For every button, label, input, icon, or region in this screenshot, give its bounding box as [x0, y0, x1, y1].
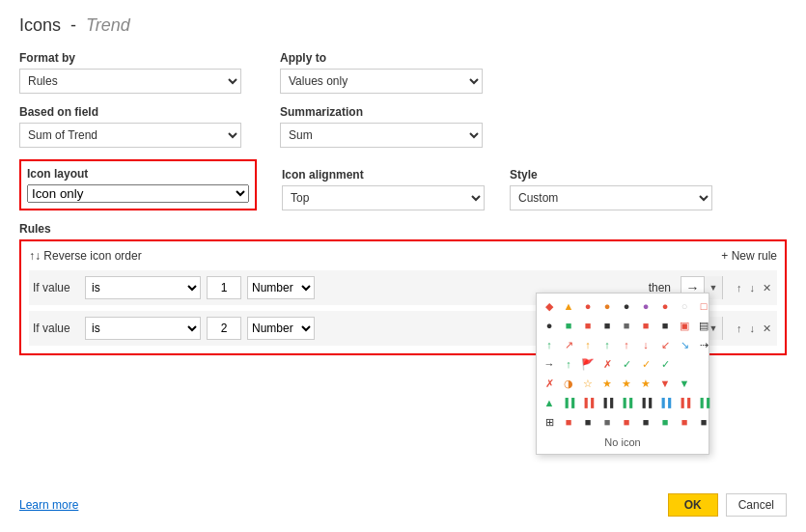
icon-cell[interactable]: ▼ [656, 375, 674, 392]
icon-cell[interactable]: ■ [637, 413, 654, 431]
rule-move-down-1[interactable]: ↓ [748, 282, 758, 294]
icon-cell[interactable]: ▤ [695, 317, 712, 334]
icon-cell[interactable]: ✗ [598, 355, 616, 373]
icon-cell[interactable]: ▐▐ [656, 394, 674, 411]
icon-cell[interactable]: ✓ [637, 355, 654, 373]
rule-move-up-2[interactable]: ↑ [735, 322, 744, 334]
icon-cell[interactable]: 🚩 [579, 355, 597, 373]
cancel-button[interactable]: Cancel [726, 493, 787, 517]
icon-cell[interactable]: ● [541, 317, 558, 334]
icon-cell[interactable]: ↑ [598, 336, 616, 353]
rule-condition-2: If value [33, 322, 79, 335]
rule-value-2[interactable] [207, 317, 241, 340]
icon-cell[interactable] [676, 355, 693, 373]
icon-cell[interactable]: ◆ [541, 297, 558, 315]
rule-type-2[interactable]: Number Percent [247, 317, 315, 340]
icon-cell[interactable]: ✓ [656, 355, 674, 373]
icon-layout-section: Icon layout Icon only Icon right Icon le… [19, 159, 257, 210]
icon-cell[interactable]: ■ [695, 413, 712, 431]
icon-cell[interactable]: ◑ [560, 375, 577, 392]
rule-actions-1: ↑ ↓ ✕ [735, 282, 773, 294]
icon-cell[interactable] [695, 355, 712, 373]
icon-cell[interactable]: ● [598, 297, 616, 315]
icon-cell[interactable]: ↑ [541, 336, 558, 353]
icon-cell[interactable]: → [541, 355, 558, 373]
group-apply-to: Apply to Values only Header Total [280, 51, 483, 94]
select-based-on-field[interactable]: Sum of Trend Sum of Value [19, 123, 241, 148]
panel: Icons - Trend Format by Rules Field valu… [0, 0, 806, 532]
icon-cell[interactable]: ✓ [618, 355, 635, 373]
select-style[interactable]: Custom Default Shapes [510, 185, 712, 210]
new-rule-button[interactable]: + New rule [721, 249, 777, 263]
icon-cell[interactable]: ★ [618, 375, 635, 392]
icon-cell[interactable]: ★ [637, 375, 654, 392]
icon-cell[interactable]: ■ [598, 317, 616, 334]
icon-cell[interactable]: ■ [618, 317, 635, 334]
no-icon-option[interactable]: No icon [541, 433, 705, 450]
reverse-icon-order[interactable]: ↑↓ Reverse icon order [29, 249, 142, 263]
icon-cell[interactable]: ▐▐ [637, 394, 654, 411]
icon-cell[interactable]: ↙ [656, 336, 674, 353]
rule-type-1[interactable]: Number Percent [247, 276, 315, 299]
icon-cell[interactable]: ▐▐ [579, 394, 597, 411]
icon-cell[interactable]: ↗ [560, 336, 577, 353]
icon-cell[interactable]: ↑ [579, 336, 597, 353]
icon-cell[interactable]: ■ [579, 317, 597, 334]
icon-cell[interactable]: ▼ [676, 375, 693, 392]
icon-cell[interactable]: ■ [560, 317, 577, 334]
rule-value-1[interactable] [207, 276, 241, 299]
icon-cell[interactable]: ✗ [541, 375, 558, 392]
icon-cell[interactable]: ■ [598, 413, 616, 431]
icon-cell[interactable]: ● [637, 297, 654, 315]
ok-button[interactable]: OK [668, 493, 718, 517]
icon-cell[interactable]: ▐▐ [676, 394, 693, 411]
icon-cell[interactable]: ■ [656, 317, 674, 334]
icon-cell[interactable]: ● [579, 297, 597, 315]
select-format-by[interactable]: Rules Field value Color scale Gradient [19, 69, 241, 94]
icon-cell[interactable]: ■ [618, 413, 635, 431]
icon-cell[interactable]: ▐▐ [695, 394, 712, 411]
footer: Learn more OK Cancel [19, 493, 787, 517]
rule-move-down-2[interactable]: ↓ [748, 322, 758, 334]
icon-cell[interactable]: ▐▐ [598, 394, 616, 411]
rule-operator-1[interactable]: is is not is greater than [85, 276, 201, 299]
icon-cell[interactable]: ▐▐ [618, 394, 635, 411]
icon-cell[interactable]: ▲ [560, 297, 577, 315]
icon-cell[interactable]: ■ [560, 413, 577, 431]
label-summarization: Summarization [280, 105, 483, 119]
group-style: Style Custom Default Shapes [510, 168, 712, 210]
icon-cell[interactable]: ▲ [541, 394, 558, 411]
rule-move-up-1[interactable]: ↑ [735, 282, 744, 294]
learn-more-link[interactable]: Learn more [19, 498, 78, 512]
icon-cell[interactable]: ⇢ [695, 336, 712, 353]
icon-cell[interactable]: ■ [676, 413, 693, 431]
icon-cell[interactable]: ■ [656, 413, 674, 431]
row-icon-layout: Icon layout Icon only Icon right Icon le… [19, 159, 787, 210]
icon-cell[interactable]: ○ [676, 297, 693, 315]
rule-operator-2[interactable]: is is not [85, 317, 201, 340]
icon-cell[interactable]: ☆ [579, 375, 597, 392]
icon-cell[interactable]: ■ [579, 413, 597, 431]
icon-cell[interactable]: ⊞ [541, 413, 558, 431]
select-apply-to[interactable]: Values only Header Total [280, 69, 483, 94]
select-summarization[interactable]: Sum Average Min Max [280, 123, 483, 148]
rule-delete-1[interactable]: ✕ [761, 282, 773, 294]
icon-cell[interactable]: ● [656, 297, 674, 315]
icon-cell[interactable]: ↓ [637, 336, 654, 353]
select-icon-layout[interactable]: Icon only Icon right Icon left [27, 184, 249, 203]
icon-cell[interactable]: ↑ [560, 355, 577, 373]
icon-cell[interactable]: ▣ [676, 317, 693, 334]
select-icon-alignment[interactable]: Top Middle Bottom [282, 185, 485, 210]
icon-cell[interactable]: ↑ [618, 336, 635, 353]
rule-delete-2[interactable]: ✕ [761, 322, 773, 335]
label-based-on-field: Based on field [19, 105, 241, 119]
icon-cell[interactable]: ★ [598, 375, 616, 392]
icon-cell[interactable]: ▐▐ [560, 394, 577, 411]
rules-section-label: Rules [19, 222, 787, 236]
icon-cell[interactable]: ↘ [676, 336, 693, 353]
icon-cell[interactable] [695, 375, 712, 392]
icon-cell[interactable]: ■ [637, 317, 654, 334]
icon-cell[interactable]: □ [695, 297, 712, 315]
title-italic: Trend [86, 15, 130, 35]
icon-cell[interactable]: ● [618, 297, 635, 315]
